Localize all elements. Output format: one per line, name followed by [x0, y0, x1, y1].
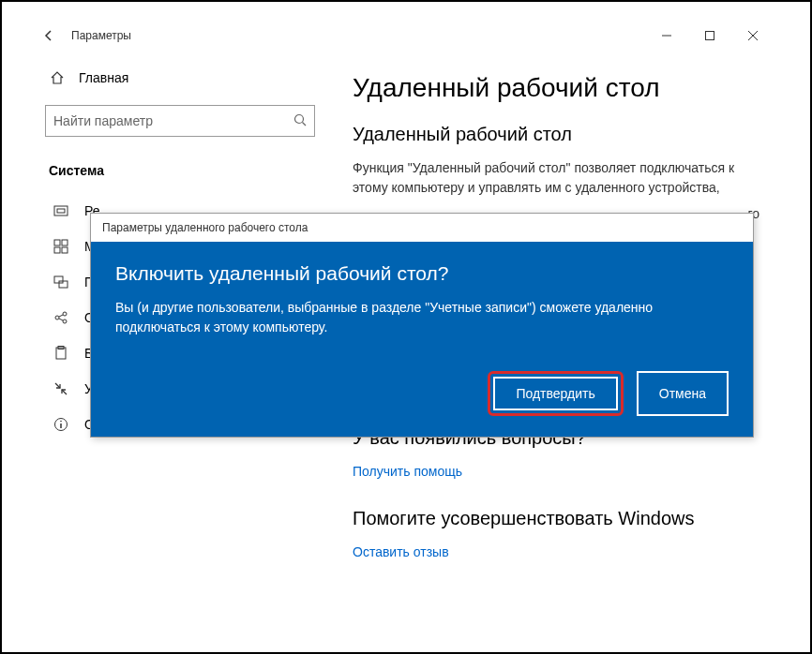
- search-icon: [293, 113, 307, 129]
- svg-point-4: [295, 114, 304, 123]
- svg-line-5: [303, 122, 307, 126]
- page-title: Удаленный рабочий стол: [353, 73, 759, 103]
- minimize-button[interactable]: [645, 21, 688, 51]
- svg-point-16: [63, 320, 67, 323]
- remote-icon: [53, 380, 69, 397]
- improve-heading: Помогите усовершенствовать Windows: [353, 508, 759, 529]
- search-input[interactable]: Найти параметр: [45, 105, 315, 137]
- window-controls: [645, 21, 774, 51]
- confirm-highlight: Подтвердить: [488, 371, 623, 416]
- home-icon: [49, 69, 66, 86]
- feedback-link[interactable]: Оставить отзыв: [353, 544, 449, 559]
- info-icon: [53, 416, 69, 433]
- dialog-buttons: Подтвердить Отмена: [115, 371, 729, 416]
- svg-rect-8: [54, 240, 60, 245]
- svg-rect-11: [62, 247, 68, 253]
- search-placeholder: Найти параметр: [53, 113, 293, 128]
- clipboard-icon: [53, 345, 69, 362]
- window-title: Параметры: [71, 29, 131, 42]
- back-button[interactable]: [38, 24, 60, 47]
- dialog-text: Вы (и другие пользователи, выбранные в р…: [115, 298, 729, 337]
- close-button[interactable]: [731, 21, 774, 51]
- svg-rect-9: [62, 240, 68, 245]
- share-icon: [53, 309, 69, 326]
- section-description: Функция "Удаленный рабочий стол" позволя…: [353, 158, 759, 198]
- home-link[interactable]: Главная: [45, 62, 315, 94]
- resize-icon: [53, 202, 69, 219]
- home-label: Главная: [79, 70, 128, 85]
- svg-line-22: [62, 390, 67, 394]
- svg-rect-1: [706, 32, 714, 40]
- svg-rect-7: [57, 209, 65, 213]
- dialog-body: Включить удаленный рабочий стол? Вы (и д…: [91, 242, 753, 437]
- section-heading: Удаленный рабочий стол: [353, 124, 759, 145]
- svg-rect-10: [54, 247, 60, 253]
- svg-point-25: [60, 421, 62, 423]
- remote-desktop-dialog: Параметры удаленного рабочего стола Вклю…: [90, 213, 754, 438]
- svg-line-17: [59, 315, 63, 317]
- dialog-title: Параметры удаленного рабочего стола: [91, 214, 753, 242]
- svg-rect-6: [54, 206, 68, 216]
- svg-point-15: [63, 312, 67, 316]
- svg-point-14: [55, 316, 59, 320]
- svg-line-21: [55, 383, 60, 388]
- category-heading: Система: [45, 163, 315, 186]
- help-link[interactable]: Получить помощь: [353, 464, 462, 479]
- titlebar: Параметры: [30, 21, 782, 51]
- multitask-icon: [53, 238, 69, 255]
- maximize-button[interactable]: [688, 21, 731, 51]
- dialog-heading: Включить удаленный рабочий стол?: [115, 262, 729, 285]
- confirm-button[interactable]: Подтвердить: [493, 377, 617, 410]
- svg-line-18: [59, 319, 63, 320]
- cancel-button[interactable]: Отмена: [637, 371, 729, 416]
- project-icon: [53, 274, 69, 290]
